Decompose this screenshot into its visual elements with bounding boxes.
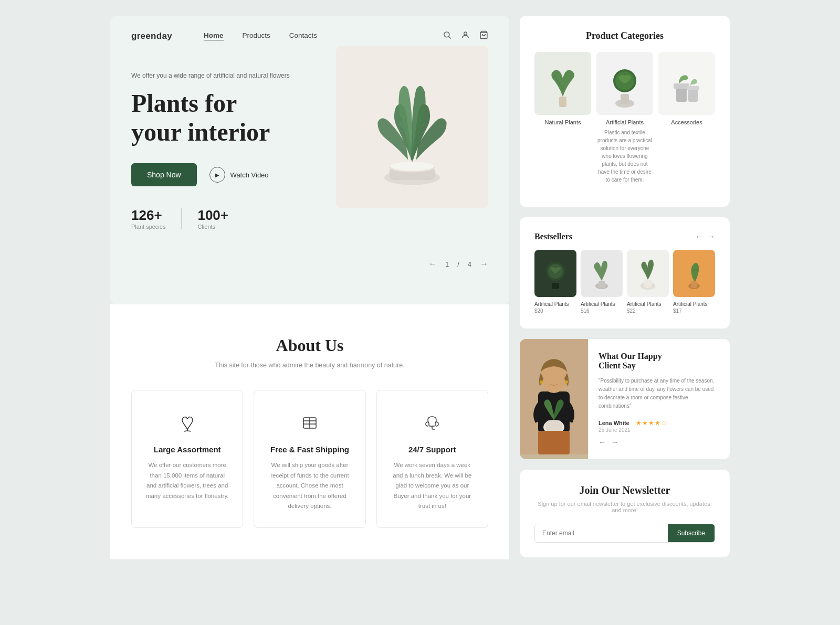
nav-home[interactable]: Home [204,31,224,40]
page-current: 1 [445,260,449,268]
hero-content: We offer you a wide range of artificial … [110,56,509,251]
svg-rect-28 [644,280,652,288]
about-section: About Us This site for those who admire … [110,304,509,559]
nav-links: Home Products Contacts [204,31,317,40]
product-3[interactable]: Artificial Plants $22 [627,250,669,314]
page-total: 4 [468,260,471,268]
pagination: ← 1 / 4 → [110,251,509,277]
reviewer-date: 25 June 2021 [598,427,719,433]
testimonial-content: What Our HappyClient Say "Possibility to… [588,339,730,459]
testimonial-quote: "Possibility to purchase at any time of … [598,377,719,410]
product-4[interactable]: Artificial Plants $17 [673,250,715,314]
stat-number-clients: 100+ [197,207,228,224]
svg-point-37 [540,380,543,384]
bestsellers-nav: ← → [695,232,715,241]
category-artificial[interactable]: Artificial Plants Plastic and textile pr… [596,52,653,184]
testimonial-photo [520,339,588,459]
bestsellers-card: Bestsellers ← → Artificial Plants $20 [520,217,730,329]
product-1[interactable]: Artificial Plants $20 [534,250,576,314]
about-subtitle: This site for those who admire the beaut… [131,362,488,369]
product-2-name: Artificial Plants [581,301,623,307]
svg-rect-26 [598,281,605,288]
reviewer-name: Lena White [598,420,629,426]
accessories-label: Accessories [658,119,715,125]
cart-icon[interactable] [479,30,488,41]
newsletter-form: Subscribe [534,524,715,543]
svg-rect-13 [559,97,566,107]
subscribe-button[interactable]: Subscribe [668,524,715,542]
rating-stars: ★★★★☆ [636,419,667,427]
product-2-img [581,250,623,297]
newsletter-subtitle: Sign up for our email newsletter to get … [534,501,715,513]
svg-rect-36 [538,431,570,454]
category-natural[interactable]: Natural Plants [534,52,591,184]
categories-title: Product Categories [534,30,715,41]
svg-point-7 [391,162,434,171]
newsletter-card: Join Our Newsletter Sign up for our emai… [520,470,730,557]
product-4-name: Artificial Plants [673,301,715,307]
svg-rect-35 [546,420,562,432]
bestsellers-title: Bestsellers [534,232,572,241]
stat-clients: 100+ Clients [197,207,228,230]
category-accessories[interactable]: Accessories [658,52,715,184]
brand-logo: greenday [131,31,172,41]
product-4-img [673,250,715,297]
product-1-name: Artificial Plants [534,301,576,307]
product-1-img [534,250,576,297]
svg-rect-22 [552,283,559,289]
natural-label: Natural Plants [534,119,591,125]
stat-number-plants: 126+ [131,207,165,224]
stat-label-plants: Plant species [131,224,165,230]
bestsellers-header: Bestsellers ← → [534,232,715,241]
search-icon[interactable] [443,30,452,41]
product-2[interactable]: Artificial Plants $16 [581,250,623,314]
next-arrow[interactable]: → [480,259,488,269]
support-title: 24/7 Support [390,445,475,454]
hero-section: greenday Home Products Contacts We [110,16,509,304]
accessories-img [658,52,715,115]
testimonial-heading: What Our HappyClient Say [598,352,719,370]
right-panel: Product Categories Natural Plants [520,16,730,557]
nav-contacts[interactable]: Contacts [289,31,317,40]
stat-divider [181,208,182,229]
product-2-price: $16 [581,308,623,314]
product-categories-card: Product Categories Natural Plants [520,16,730,207]
feature-support: 24/7 Support We work seven days a week a… [376,390,488,528]
svg-point-38 [565,380,568,384]
artificial-desc: Plastic and textile products are a pract… [596,129,653,184]
watch-video-button[interactable]: ▶ Watch Video [209,167,269,183]
feature-assortment: Large Assortment We offer our customers … [131,390,243,528]
shipping-title: Free & Fast Shipping [267,445,352,454]
testimonial-next[interactable]: → [611,438,618,447]
email-input[interactable] [535,524,668,542]
nav-icons [443,30,488,41]
assortment-icon [144,411,230,435]
testimonial-card: What Our HappyClient Say "Possibility to… [520,339,730,459]
product-3-img [627,250,669,297]
about-title: About Us [131,336,488,355]
prev-arrow[interactable]: ← [428,259,437,269]
newsletter-title: Join Our Newsletter [534,484,715,496]
natural-img [534,52,591,115]
product-3-name: Artificial Plants [627,301,669,307]
feature-shipping: Free & Fast Shipping We will ship your g… [254,390,365,528]
testimonial-prev[interactable]: ← [598,438,606,447]
testimonial-nav: ← → [598,438,719,447]
features-grid: Large Assortment We offer our customers … [131,390,488,528]
product-4-price: $17 [673,308,715,314]
stat-plants: 126+ Plant species [131,207,165,230]
user-icon[interactable] [461,30,470,41]
bestsellers-prev[interactable]: ← [695,232,702,241]
nav-products[interactable]: Products [243,31,270,40]
hero-image [336,46,488,208]
svg-point-2 [464,32,467,35]
support-icon [390,411,475,435]
shop-now-button[interactable]: Shop Now [131,163,197,186]
bestsellers-next[interactable]: → [708,232,715,241]
artificial-label: Artificial Plants [596,119,653,125]
svg-line-1 [449,37,451,39]
stat-label-clients: Clients [197,224,228,230]
artificial-img [596,52,653,115]
svg-point-0 [444,32,449,37]
shipping-desc: We will ship your goods after receipt of… [267,460,352,512]
